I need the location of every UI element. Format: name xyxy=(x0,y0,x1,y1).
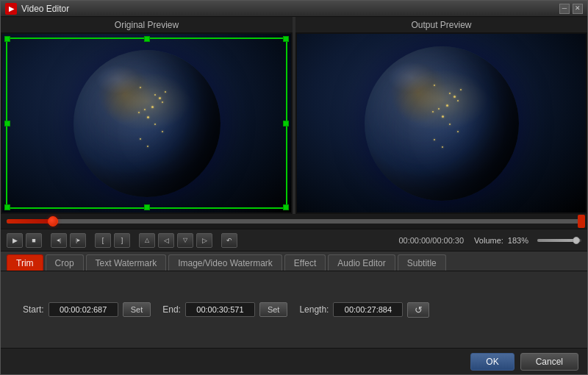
triangle-up-button[interactable]: △ xyxy=(139,233,155,248)
rewind-button[interactable]: ◁ xyxy=(158,233,174,248)
preview-area: Original Preview xyxy=(1,17,587,214)
play-button[interactable]: ▶ xyxy=(7,233,23,248)
tab-effect[interactable]: Effect xyxy=(284,254,326,271)
globe-sphere-left xyxy=(74,50,220,197)
trim-end-input[interactable] xyxy=(185,302,255,317)
time-display: 00:00:00/00:00:30 xyxy=(398,236,464,245)
trim-content-area: Start: Set End: Set Length: ↺ xyxy=(1,271,587,348)
mark-in-button[interactable]: [ xyxy=(95,233,111,248)
output-preview-label: Output Preview xyxy=(295,17,587,32)
trim-controls-row: Start: Set End: Set Length: ↺ xyxy=(23,302,565,318)
volume-fill xyxy=(537,239,575,242)
trim-start-input[interactable] xyxy=(49,302,118,317)
tab-trim[interactable]: Trim xyxy=(7,254,43,271)
globe-lights-left xyxy=(74,50,220,197)
title-bar: ▶ Video Editor ─ ✕ xyxy=(1,1,587,17)
trim-start-field: Start: Set xyxy=(23,302,151,317)
output-preview-video xyxy=(297,34,586,213)
volume-area: 00:00:00/00:00:30 Volume: 183% xyxy=(398,236,581,245)
original-earth-globe-right xyxy=(297,34,586,213)
tab-subtitle[interactable]: Subtitle xyxy=(398,254,446,271)
prev-frame-button[interactable]: ◂| xyxy=(51,233,67,248)
volume-thumb[interactable] xyxy=(573,237,580,244)
original-preview-video xyxy=(2,34,291,213)
trim-length-field: Length: ↺ xyxy=(299,302,429,318)
original-earth-globe xyxy=(2,34,291,213)
stop-button[interactable]: ■ xyxy=(26,233,42,248)
minimize-button[interactable]: ─ xyxy=(559,4,570,14)
tab-image-watermark[interactable]: Image/Video Watermark xyxy=(168,254,282,271)
close-button[interactable]: ✕ xyxy=(573,4,583,14)
volume-slider[interactable] xyxy=(537,239,581,242)
output-preview-panel: Output Preview xyxy=(295,17,587,214)
seek-bar-end xyxy=(578,215,585,228)
tab-text-watermark[interactable]: Text Watermark xyxy=(86,254,167,271)
trim-reset-button[interactable]: ↺ xyxy=(407,302,429,318)
trim-end-label: End: xyxy=(162,304,181,315)
tab-crop[interactable]: Crop xyxy=(46,254,84,271)
triangle-down-button[interactable]: ▽ xyxy=(177,233,193,248)
seek-bar-thumb[interactable] xyxy=(48,216,58,226)
trim-end-field: End: Set xyxy=(162,302,287,317)
playback-controls: ▶ ■ ◂| |▸ [ ] △ ◁ ▽ ▷ ↶ 00:00:00/00:00:3… xyxy=(1,229,587,251)
window-controls: ─ ✕ xyxy=(559,4,583,14)
forward-button[interactable]: ▷ xyxy=(196,233,212,248)
trim-length-label: Length: xyxy=(299,304,329,315)
seek-bar-track[interactable] xyxy=(7,219,581,224)
trim-start-set-button[interactable]: Set xyxy=(123,302,151,317)
globe-sphere-right xyxy=(365,46,519,201)
trim-start-label: Start: xyxy=(23,304,44,315)
tab-audio-editor[interactable]: Audio Editor xyxy=(328,254,395,271)
footer-area: OK Cancel xyxy=(1,348,587,374)
trim-length-input[interactable] xyxy=(333,302,403,317)
trim-end-set-button[interactable]: Set xyxy=(259,302,288,317)
app-icon: ▶ xyxy=(5,3,17,15)
ok-button[interactable]: OK xyxy=(470,353,514,371)
next-frame-button[interactable]: |▸ xyxy=(70,233,86,248)
volume-value: 183% xyxy=(508,236,528,245)
window-title: Video Editor xyxy=(21,4,559,14)
tabs-bar: Trim Crop Text Watermark Image/Video Wat… xyxy=(1,251,587,271)
seek-bar-area xyxy=(1,214,587,229)
globe-lights-right xyxy=(365,46,519,201)
cancel-button[interactable]: Cancel xyxy=(520,353,578,371)
mark-out-button[interactable]: ] xyxy=(114,233,130,248)
video-editor-window: ▶ Video Editor ─ ✕ Original Preview xyxy=(0,0,588,375)
original-preview-label: Original Preview xyxy=(1,17,293,32)
original-preview-panel: Original Preview xyxy=(1,17,293,214)
seek-bar-progress xyxy=(7,219,53,224)
undo-button[interactable]: ↶ xyxy=(221,233,237,248)
volume-label: Volume: xyxy=(474,236,503,245)
